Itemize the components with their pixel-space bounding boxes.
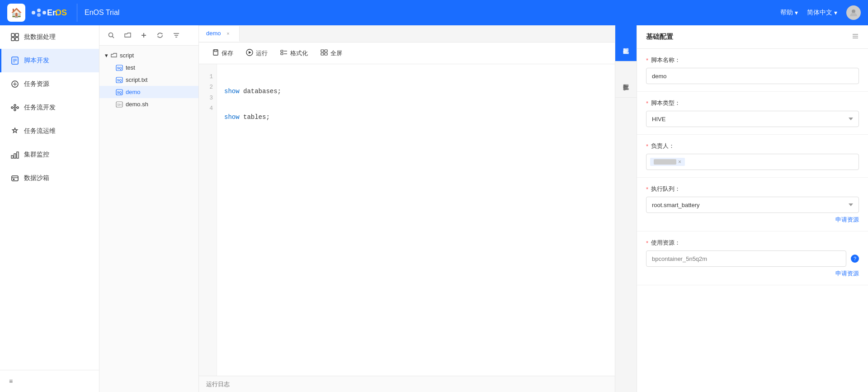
config-tab-params[interactable]: 参数配置	[615, 61, 637, 98]
add-button[interactable]	[137, 29, 150, 42]
tag-remove-button[interactable]: ×	[678, 159, 681, 165]
code-editor[interactable]: 1 2 3 4 show databases; show tables;	[199, 64, 615, 376]
tab-close-button[interactable]: ×	[225, 30, 232, 37]
svg-text:OS: OS	[55, 8, 67, 17]
svg-rect-29	[13, 179, 14, 180]
svg-rect-7	[11, 33, 14, 37]
config-tabs: 基础配置 参数配置	[615, 25, 637, 392]
sidebar-item-script[interactable]: 脚本开发	[0, 49, 99, 72]
svg-point-1	[37, 9, 41, 12]
new-folder-button[interactable]	[121, 29, 134, 42]
help-button[interactable]: 帮助 ▾	[780, 9, 798, 17]
text-file-icon: SQ	[116, 77, 123, 83]
svg-rect-27	[12, 176, 18, 181]
owner-label: * 负责人：	[646, 142, 859, 150]
sidebar-item-batch[interactable]: 批数据处理	[0, 25, 99, 49]
svg-rect-57	[321, 53, 324, 55]
code-line-1: show databases;	[224, 86, 608, 97]
config-form: 基础配置 * 脚本名称： * 脚本类型： HI	[637, 25, 868, 392]
folder-open-icon	[111, 53, 117, 58]
folder-label: script	[120, 52, 134, 59]
form-section-script-type: * 脚本类型： HIVE SPARK PYTHON SHELL	[637, 92, 868, 135]
tree-folder-script[interactable]: ▾ script	[99, 49, 198, 61]
task-flow-icon	[10, 103, 19, 112]
tab-label: demo	[206, 30, 221, 37]
sidebar-item-task-ops[interactable]: 任务流运维	[0, 119, 99, 143]
filter-button[interactable]	[170, 29, 183, 42]
svg-point-18	[11, 107, 13, 109]
line-num-1: 1	[199, 71, 217, 82]
sidebar-item-label: 脚本开发	[24, 57, 49, 65]
run-log-bar[interactable]: 运行日志	[199, 376, 615, 392]
owner-tag-input[interactable]: ×	[646, 154, 859, 170]
cluster-icon	[10, 150, 19, 159]
tree-item-demo-sh[interactable]: SH demo.sh	[99, 98, 198, 110]
form-section-script-name: * 脚本名称：	[637, 49, 868, 92]
file-tree: ▾ script SQ test SQ script.txt SQ demo S…	[99, 46, 198, 392]
search-button[interactable]	[105, 29, 118, 42]
home-icon[interactable]: 🏠	[7, 4, 25, 22]
sidebar-item-sandbox[interactable]: 数据沙箱	[0, 166, 99, 190]
sidebar-item-label: 任务资源	[24, 80, 49, 88]
line-num-3: 3	[199, 93, 217, 103]
svg-rect-24	[11, 156, 13, 158]
tree-item-demo[interactable]: SQ demo	[99, 86, 198, 98]
expand-icon[interactable]	[852, 33, 859, 41]
code-lines[interactable]: show databases; show tables;	[217, 64, 615, 376]
tree-item-test[interactable]: SQ test	[99, 61, 198, 74]
code-content: 1 2 3 4 show databases; show tables;	[199, 64, 615, 376]
run-button[interactable]: 运行	[240, 46, 274, 60]
run-icon	[246, 49, 253, 57]
svg-rect-58	[325, 53, 327, 55]
sidebar-item-task-resource[interactable]: 任务资源	[0, 72, 99, 96]
user-icon	[849, 8, 858, 17]
svg-text:SQ: SQ	[117, 79, 122, 82]
script-name-input[interactable]	[646, 68, 859, 84]
queue-select[interactable]: root.smart_battery	[646, 197, 859, 213]
svg-point-2	[42, 11, 46, 14]
line-num-4: 4	[199, 103, 217, 113]
tree-item-script-txt[interactable]: SQ script.txt	[99, 74, 198, 86]
svg-rect-56	[325, 50, 327, 52]
svg-rect-53	[281, 53, 283, 55]
chevron-down-icon: ▾	[105, 52, 108, 59]
sidebar-item-cluster[interactable]: 集群监控	[0, 143, 99, 166]
enos-logo: En OS	[29, 6, 70, 19]
form-section-resource: * 使用资源： ? 申请资源	[637, 231, 868, 285]
svg-text:SH: SH	[117, 103, 122, 106]
sidebar-nav: 批数据处理 脚本开发 任务资源 任务流开发 任务流运维	[0, 25, 99, 392]
svg-rect-9	[11, 38, 14, 41]
sidebar-item-task-flow[interactable]: 任务流开发	[0, 96, 99, 119]
owner-tag: ×	[650, 158, 685, 166]
apply-resource-link-1[interactable]: 申请资源	[646, 216, 859, 224]
sidebar-collapse-button[interactable]: ≡	[0, 370, 99, 392]
apply-resource-link-2[interactable]: 申请资源	[646, 269, 859, 278]
help-icon[interactable]: ?	[851, 255, 859, 263]
avatar[interactable]	[846, 5, 861, 20]
svg-text:SQ: SQ	[117, 66, 122, 70]
config-panel: 基础配置 参数配置 基础配置 * 脚本名称：	[615, 25, 868, 392]
format-button[interactable]: 格式化	[274, 47, 314, 60]
sidebar-item-label: 数据沙箱	[24, 174, 49, 182]
form-section-queue: * 执行队列： root.smart_battery 申请资源	[637, 178, 868, 231]
config-tab-basic[interactable]: 基础配置	[615, 25, 637, 61]
tab-demo[interactable]: demo ×	[199, 26, 240, 42]
refresh-button[interactable]	[154, 29, 166, 42]
tree-item-label: demo	[126, 89, 141, 95]
tabs-bar: demo ×	[199, 25, 615, 43]
lang-button[interactable]: 简体中文 ▾	[807, 9, 837, 17]
sidebar-item-label: 集群监控	[24, 151, 49, 159]
logo-area: 🏠 En OS	[7, 4, 77, 22]
svg-rect-26	[17, 152, 19, 158]
resource-input[interactable]	[646, 250, 846, 267]
save-icon	[212, 49, 219, 57]
script-type-select[interactable]: HIVE SPARK PYTHON SHELL	[646, 111, 859, 127]
code-line-2: show tables;	[224, 112, 608, 123]
svg-marker-34	[162, 33, 163, 34]
save-button[interactable]: 保存	[206, 47, 240, 60]
svg-point-21	[14, 109, 16, 111]
svg-marker-50	[249, 51, 251, 54]
svg-point-6	[852, 9, 855, 13]
fullscreen-button[interactable]: 全屏	[314, 47, 349, 60]
chevron-down-icon: ▾	[834, 9, 837, 16]
